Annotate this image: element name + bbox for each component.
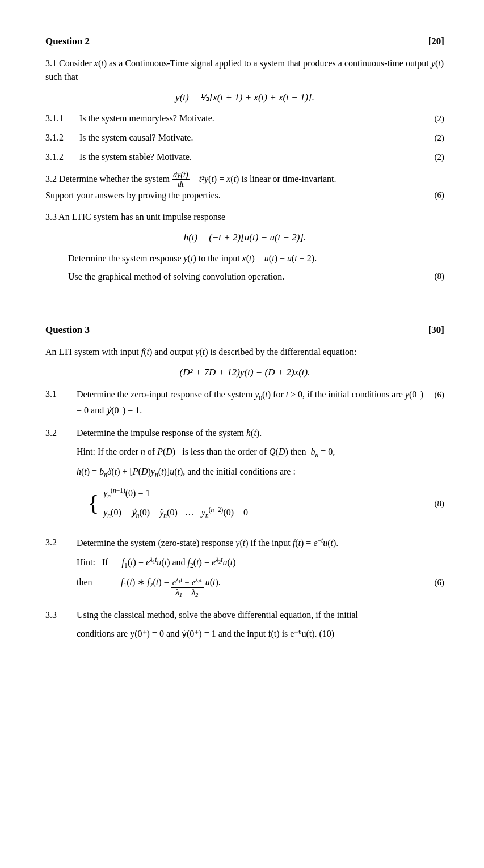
question-3-header: Question 3 [30] xyxy=(45,323,444,337)
q3-num-33: 3.3 xyxy=(45,608,77,646)
q2-num-311: 3.1.1 xyxy=(45,112,79,125)
q2-num-312a: 3.1.2 xyxy=(45,131,79,145)
question-3-title: Question 3 xyxy=(45,323,90,337)
conditions-lines: yn(n−1)(0) = 1 yn(0) = ẏn(0) = ÿn(0) =…=… xyxy=(103,486,248,521)
q2-yt-formula: y(t) = ⅓[x(t + 1) + x(t) + x(t − 1)]. xyxy=(45,90,444,105)
q3-body-33: Using the classical method, solve the ab… xyxy=(77,608,444,646)
q2-32-frac-den: dt xyxy=(176,180,185,188)
q3-33-text2: conditions are y(0⁺) = 0 and ẏ(0⁺) = 1 a… xyxy=(77,629,334,638)
q2-marks-312b: (2) xyxy=(435,151,445,164)
q2-33-formula: h(t) = (−t + 2)[u(t) − u(t − 2)]. xyxy=(45,230,444,245)
q3-33-text1: Using the classical method, solve the ab… xyxy=(77,610,358,620)
q2-subsection-311: 3.1.1 Is the system memoryless? Motivate… xyxy=(45,112,444,125)
q3-subsection-33: 3.3 Using the classical method, solve th… xyxy=(45,608,444,646)
q2-body-312a: Is the system causal? Motivate. (2) xyxy=(79,131,444,145)
q3-num-31: 3.1 xyxy=(45,387,77,417)
q2-32-frac-num: dy(t) xyxy=(172,171,190,180)
q2-text-312a: Is the system causal? Motivate. xyxy=(79,131,193,145)
q2-33-text2: Use the graphical method of solving conv… xyxy=(68,270,284,284)
q3-subsection-32b: 3.2 Determine the system (zero-state) re… xyxy=(45,536,444,599)
q3-body-31: Determine the zero-input response of the… xyxy=(77,387,444,417)
question-2-header: Question 2 [20] xyxy=(45,34,444,49)
q2-text-311: Is the system memoryless? Motivate. xyxy=(79,112,214,125)
q3-intro-para: An LTI system with input f(t) and output… xyxy=(45,345,444,359)
q3-body-32a: Determine the impulse response of the sy… xyxy=(77,426,444,526)
q2-32-fraction: dy(t) dt xyxy=(172,171,190,189)
q3-num-32b: 3.2 xyxy=(45,536,77,599)
q3-then-frac-num: eλ1t − eλ2t xyxy=(171,577,204,588)
q2-33-para: 3.3 An LTIC system has an unit impulse r… xyxy=(45,210,444,225)
q2-32-intro: 3.2 Determine whether the system xyxy=(45,173,172,183)
q2-32-marks: (6) xyxy=(435,189,445,203)
q3-marks-32b: (6) xyxy=(435,576,445,589)
q3-body-32b: Determine the system (zero-state) respon… xyxy=(77,536,444,599)
q2-text-312b: Is the system stable? Motivate. xyxy=(79,150,192,164)
q2-32-rest2: Support your answers by proving the prop… xyxy=(45,189,221,203)
q3-then-line: then f1(t) ∗ f2(t) = eλ1t − eλ2t λ1 − λ2… xyxy=(77,575,444,598)
q2-subsection-312b: 3.1.2 Is the system stable? Motivate. (2… xyxy=(45,150,444,164)
question-3-marks: [30] xyxy=(428,323,444,337)
q2-32-para: 3.2 Determine whether the system dy(t) d… xyxy=(45,171,444,203)
q3-main-formula: (D² + 7D + 12)y(t) = (D + 2)x(t). xyxy=(45,365,444,380)
q3-subsection-31: 3.1 Determine the zero-input response of… xyxy=(45,387,444,417)
q2-subsection-312a: 3.1.2 Is the system causal? Motivate. (2… xyxy=(45,131,444,145)
spacer-1 xyxy=(45,306,444,323)
brace-icon: { xyxy=(88,492,99,515)
q2-33-intro: 3.3 An LTIC system has an unit impulse r… xyxy=(45,212,225,222)
q3-32b-hint: Hint: If f1(t) = eλ1tu(t) and f2(t) = eλ… xyxy=(77,555,444,571)
q2-32-rest: − t²y(t) = x(t) is linear or time-invari… xyxy=(192,173,336,183)
q3-subsection-32a: 3.2 Determine the impulse response of th… xyxy=(45,426,444,526)
q2-num-312b: 3.1.2 xyxy=(45,150,79,164)
q3-then-frac: eλ1t − eλ2t λ1 − λ2 xyxy=(171,577,204,598)
q3-num-32a: 3.2 xyxy=(45,426,77,526)
q2-marks-311: (2) xyxy=(435,112,445,125)
q3-then-label: then xyxy=(77,575,116,589)
q2-33-text1: Determine the system response y(t) to th… xyxy=(68,253,317,263)
q2-intro-para: 3.1 Consider x(t) as a Continuous-Time s… xyxy=(45,57,444,85)
q2-33-subtext: Determine the system response y(t) to th… xyxy=(68,252,444,285)
question-2-marks: [20] xyxy=(428,34,444,49)
q3-marks-31: (6) xyxy=(435,388,445,401)
question-2-title: Question 2 xyxy=(45,34,90,49)
q2-intro-text: 3.1 Consider x(t) as a Continuous-Time s… xyxy=(45,58,444,82)
q2-33-marks: (8) xyxy=(435,270,445,284)
question-3-block: Question 3 [30] An LTI system with input… xyxy=(45,323,444,646)
q2-body-311: Is the system memoryless? Motivate. (2) xyxy=(79,112,444,125)
q3-conditions-block: { yn(n−1)(0) = 1 yn(0) = ẏn(0) = ÿn(0) =… xyxy=(88,486,444,521)
q3-32a-hint2: h(t) = bnδ(t) + [P(D)yn(t)]u(t), and the… xyxy=(77,465,444,480)
q2-marks-312a: (2) xyxy=(435,132,445,145)
q2-body-312b: Is the system stable? Motivate. (2) xyxy=(79,150,444,164)
question-2-block: Question 2 [20] 3.1 Consider x(t) as a C… xyxy=(45,34,444,284)
q3-then-frac-den: λ1 − λ2 xyxy=(174,588,200,598)
q3-marks-32a: (8) xyxy=(435,497,445,510)
q3-32a-hint1: Hint: If the order n of P(D) is less tha… xyxy=(77,445,444,460)
